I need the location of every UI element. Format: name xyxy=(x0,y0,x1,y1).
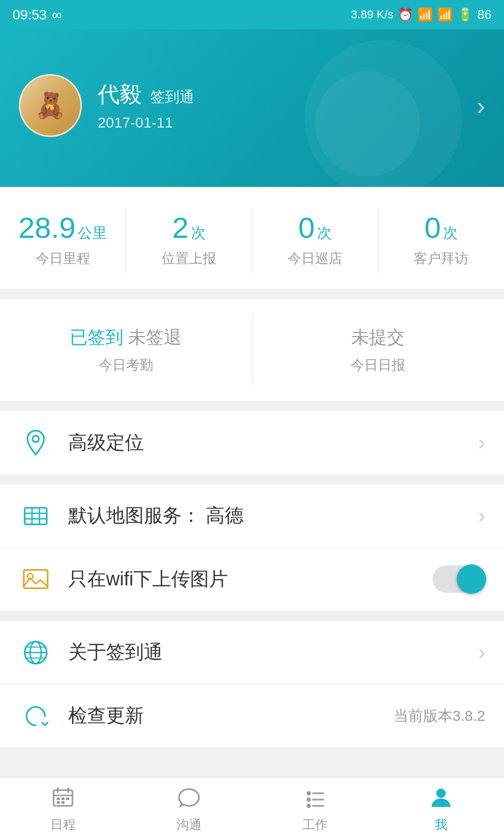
about-label: 关于签到通 xyxy=(68,639,163,665)
stat-location-value: 2 xyxy=(172,211,188,244)
stats-grid: 28.9 公里 今日里程 2 次 位置上报 0 次 今日巡店 0 次 客户拜访 xyxy=(0,208,504,273)
stat-visit-value: 0 xyxy=(425,211,441,244)
about-chevron: › xyxy=(478,640,485,664)
svg-point-0 xyxy=(33,436,39,442)
menu-item-location[interactable]: 高级定位 › xyxy=(0,411,504,474)
nav-chat[interactable]: 沟通 xyxy=(126,778,252,840)
svg-point-28 xyxy=(436,789,446,798)
checkin-signed: 已签到 xyxy=(70,327,123,347)
toggle-knob xyxy=(457,564,486,594)
status-speed: 3.89 K/s xyxy=(351,8,394,22)
stat-distance: 28.9 公里 今日里程 xyxy=(0,208,126,273)
version-text: 当前版本3.8.2 xyxy=(394,706,485,726)
location-label: 高级定位 xyxy=(68,430,144,456)
svg-point-22 xyxy=(307,791,311,795)
svg-rect-1 xyxy=(25,508,47,524)
me-icon xyxy=(428,785,454,812)
avatar-image: 🧸 xyxy=(20,76,80,135)
stat-visit-row: 0 次 xyxy=(389,213,494,243)
checkin-status: 已签到 未签退 xyxy=(10,326,242,350)
nav-chat-label: 沟通 xyxy=(176,816,202,833)
svg-rect-19 xyxy=(66,797,69,800)
menu-item-map-right: › xyxy=(478,504,485,528)
stat-location: 2 次 位置上报 xyxy=(126,208,252,273)
wifi-icon: 📶 xyxy=(417,7,433,22)
stat-patrol-unit: 次 xyxy=(317,225,332,241)
infinity-icon: ∞ xyxy=(52,7,62,23)
image-icon xyxy=(19,562,52,596)
profile-arrow[interactable]: › xyxy=(477,91,485,120)
battery-level: 86 xyxy=(477,7,491,22)
divider-1 xyxy=(0,401,504,411)
stat-patrol-label: 今日巡店 xyxy=(263,249,368,268)
location-icon xyxy=(19,426,52,459)
status-time: 09:53 xyxy=(13,7,47,23)
stat-location-row: 2 次 xyxy=(136,213,241,243)
profile-header[interactable]: 🧸 代毅 签到通 2017-01-11 › xyxy=(0,29,504,187)
stat-patrol: 0 次 今日巡店 xyxy=(253,208,379,273)
user-name: 代毅 xyxy=(98,80,142,109)
menu-item-about[interactable]: 关于签到通 › xyxy=(0,621,504,684)
user-tag: 签到通 xyxy=(150,87,194,107)
menu-item-about-left: 关于签到通 xyxy=(19,636,163,669)
menu-item-wifi-upload[interactable]: 只在wifi下上传图片 xyxy=(0,548,504,611)
menu-item-wifi-left: 只在wifi下上传图片 xyxy=(19,562,228,596)
nav-schedule[interactable]: 日程 xyxy=(0,778,126,840)
clock-icon: ⏰ xyxy=(397,7,413,22)
stat-distance-value: 28.9 xyxy=(18,211,76,244)
menu-item-map-left: 默认地图服务： 高德 xyxy=(19,499,244,533)
stat-distance-row: 28.9 公里 xyxy=(10,213,115,243)
chat-icon xyxy=(176,785,202,812)
menu-section-3: 关于签到通 › 检查更新 当前版本3.8.2 xyxy=(0,621,504,747)
report-label: 今日日报 xyxy=(263,356,494,374)
divider-2 xyxy=(0,474,504,485)
status-bar: 09:53 ∞ 3.89 K/s ⏰ 📶 📶 🔋 86 xyxy=(0,0,504,29)
nav-schedule-label: 日程 xyxy=(50,816,76,833)
profile-date: 2017-01-11 xyxy=(98,114,194,131)
svg-point-24 xyxy=(307,797,311,802)
location-chevron: › xyxy=(478,431,485,455)
menu-section-2: 默认地图服务： 高德 › 只在wifi下上传图片 xyxy=(0,485,504,611)
profile-name: 代毅 签到通 xyxy=(98,80,194,109)
stat-patrol-row: 0 次 xyxy=(263,213,368,243)
nav-me[interactable]: 我 xyxy=(378,778,504,840)
attendance-section: 已签到 未签退 今日考勤 未提交 今日日报 xyxy=(0,299,504,401)
stat-visit-label: 客户拜访 xyxy=(389,249,494,268)
profile-left: 🧸 代毅 签到通 2017-01-11 xyxy=(19,74,194,137)
checkin-label: 今日考勤 xyxy=(10,356,242,374)
wifi-upload-label: 只在wifi下上传图片 xyxy=(68,566,228,592)
svg-rect-6 xyxy=(24,570,48,589)
menu-item-about-right: › xyxy=(478,640,485,664)
schedule-icon xyxy=(50,785,76,812)
menu-item-map[interactable]: 默认地图服务： 高德 › xyxy=(0,485,504,548)
update-label: 检查更新 xyxy=(68,703,144,729)
stat-visit: 0 次 客户拜访 xyxy=(379,208,504,273)
nav-me-label: 我 xyxy=(435,816,447,833)
divider-3 xyxy=(0,611,504,621)
stat-patrol-value: 0 xyxy=(298,211,314,244)
svg-rect-20 xyxy=(57,801,60,804)
attendance-checkin: 已签到 未签退 今日考勤 xyxy=(0,315,253,385)
status-left: 09:53 ∞ xyxy=(13,7,62,23)
stat-visit-unit: 次 xyxy=(443,225,458,241)
report-status: 未提交 xyxy=(263,326,494,350)
status-right: 3.89 K/s ⏰ 📶 📶 🔋 86 xyxy=(351,7,491,22)
refresh-icon xyxy=(19,699,52,733)
stat-distance-unit: 公里 xyxy=(78,225,107,241)
stat-distance-label: 今日里程 xyxy=(10,249,115,268)
globe-icon xyxy=(19,636,52,669)
menu-item-update-right: 当前版本3.8.2 xyxy=(394,706,485,726)
bottom-nav: 日程 沟通 工作 我 xyxy=(0,777,504,840)
stat-location-unit: 次 xyxy=(191,225,206,241)
wifi-toggle[interactable] xyxy=(433,565,485,593)
stats-section: 28.9 公里 今日里程 2 次 位置上报 0 次 今日巡店 0 次 客户拜访 xyxy=(0,187,504,289)
nav-work-label: 工作 xyxy=(302,816,328,833)
svg-point-26 xyxy=(307,804,311,808)
menu-item-update[interactable]: 检查更新 当前版本3.8.2 xyxy=(0,684,504,747)
menu-item-location-right: › xyxy=(478,431,485,455)
nav-work[interactable]: 工作 xyxy=(252,778,378,840)
signal-icon: 📶 xyxy=(437,7,453,22)
menu-item-wifi-right xyxy=(433,565,485,593)
work-icon xyxy=(302,785,328,812)
map-chevron: › xyxy=(478,504,485,528)
